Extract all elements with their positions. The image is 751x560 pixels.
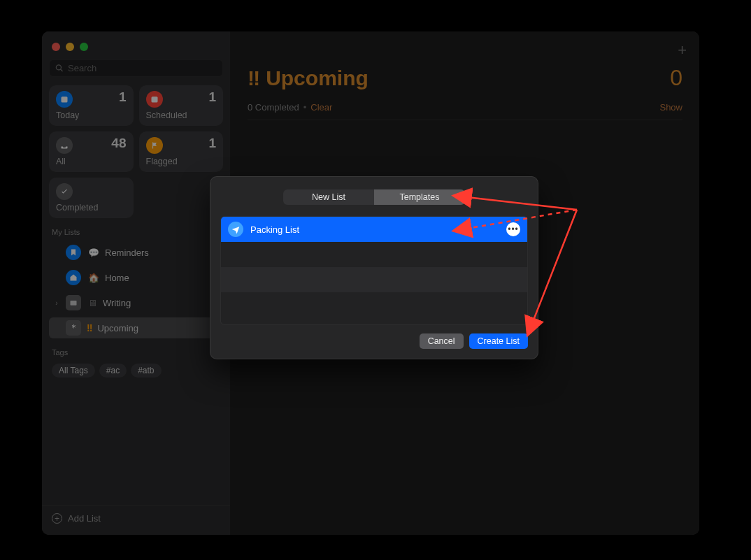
search-icon — [55, 64, 64, 73]
clear-link[interactable]: Clear — [310, 102, 332, 113]
cancel-button[interactable]: Cancel — [420, 333, 464, 349]
chat-icon: 💬 — [88, 247, 99, 258]
svg-rect-0 — [62, 96, 68, 102]
ellipsis-icon[interactable]: ••• — [506, 222, 520, 236]
subline: 0 Completed • Clear Show — [248, 102, 682, 113]
list-home-label: Home — [105, 273, 129, 283]
plus-circle-icon: + — [52, 513, 62, 524]
heading: ‼ Upcoming 0 — [248, 65, 682, 91]
tray-icon — [56, 137, 73, 154]
tag-all[interactable]: All Tags — [52, 364, 95, 378]
smart-list-cards: 1 Today 1 Scheduled 48 All — [49, 85, 223, 218]
card-flagged[interactable]: 1 Flagged — [139, 131, 224, 172]
modal-actions: Cancel Create List — [220, 333, 528, 349]
templates-list: Packing List ••• — [220, 216, 528, 325]
section-tags: Tags — [52, 348, 220, 357]
double-exclamation-icon: ‼ — [87, 322, 92, 333]
tag-atb[interactable]: #atb — [131, 364, 161, 378]
checkmark-icon — [56, 183, 73, 200]
list-writing[interactable]: › 🖥 Writing — [49, 292, 223, 313]
page-count: 0 — [670, 65, 682, 91]
new-list-modal: New List Templates Packing List ••• Canc… — [210, 176, 538, 359]
create-list-button[interactable]: Create List — [469, 333, 528, 349]
list-upcoming[interactable]: ＊ ‼ Upcoming — [49, 317, 223, 338]
card-scheduled[interactable]: 1 Scheduled — [139, 85, 224, 126]
card-flagged-label: Flagged — [146, 157, 217, 166]
card-today[interactable]: 1 Today — [49, 85, 134, 126]
tab-templates[interactable]: Templates — [374, 189, 465, 205]
template-row-empty — [221, 292, 527, 317]
section-mylists: My Lists — [52, 228, 220, 236]
card-completed-label: Completed — [56, 203, 127, 213]
calendar-icon — [146, 91, 163, 108]
card-today-count: 1 — [119, 89, 127, 105]
search-field[interactable] — [49, 59, 223, 77]
list-upcoming-label: Upcoming — [97, 323, 138, 333]
list-reminders-label: Reminders — [105, 247, 149, 258]
card-today-label: Today — [56, 110, 127, 120]
tab-new-list[interactable]: New List — [283, 189, 374, 205]
tags-row: All Tags #ac #atb — [52, 364, 220, 378]
completed-count: 0 Completed — [248, 102, 299, 113]
card-scheduled-label: Scheduled — [146, 110, 217, 120]
display-icon: 🖥 — [88, 298, 97, 308]
close-window-dot[interactable] — [52, 43, 60, 51]
page-title: Upcoming — [266, 66, 369, 90]
divider — [248, 120, 682, 120]
svg-rect-1 — [151, 96, 157, 102]
calendar-today-icon — [56, 91, 73, 108]
new-reminder-button[interactable]: + — [678, 41, 687, 59]
search-input[interactable] — [68, 63, 217, 73]
dot-separator: • — [303, 102, 307, 113]
house-icon — [66, 270, 81, 285]
zoom-window-dot[interactable] — [80, 43, 88, 51]
template-row-empty — [221, 267, 527, 292]
card-all[interactable]: 48 All — [49, 131, 134, 172]
card-completed[interactable]: Completed — [49, 178, 134, 218]
chevron-right-icon: › — [53, 299, 60, 307]
asterisk-icon: ＊ — [66, 320, 81, 336]
template-name: Packing List — [250, 224, 299, 235]
add-list-button[interactable]: + Add List — [42, 505, 230, 528]
double-exclamation-icon: ‼ — [248, 66, 260, 90]
show-link[interactable]: Show — [659, 102, 682, 113]
list-reminders[interactable]: 💬 Reminders — [49, 242, 223, 263]
folder-icon — [66, 295, 81, 310]
card-all-label: All — [56, 157, 127, 166]
add-list-label: Add List — [68, 513, 101, 524]
house-sub-icon: 🏠 — [88, 273, 99, 283]
modal-tabs: New List Templates — [283, 189, 465, 205]
svg-rect-2 — [71, 301, 77, 306]
card-all-count: 48 — [111, 136, 126, 151]
list-writing-label: Writing — [103, 298, 131, 308]
window-traffic-lights — [49, 41, 223, 55]
sidebar: 1 Today 1 Scheduled 48 All — [42, 31, 231, 535]
card-scheduled-count: 1 — [208, 89, 216, 105]
template-row[interactable]: Packing List ••• — [221, 217, 527, 242]
minimize-window-dot[interactable] — [66, 43, 74, 51]
list-home[interactable]: 🏠 Home — [49, 267, 223, 288]
bookmark-icon — [66, 245, 81, 260]
airplane-icon — [228, 222, 243, 237]
template-row-empty — [221, 242, 527, 267]
flag-icon — [146, 137, 163, 154]
tag-ac[interactable]: #ac — [99, 364, 127, 378]
card-flagged-count: 1 — [208, 136, 216, 151]
